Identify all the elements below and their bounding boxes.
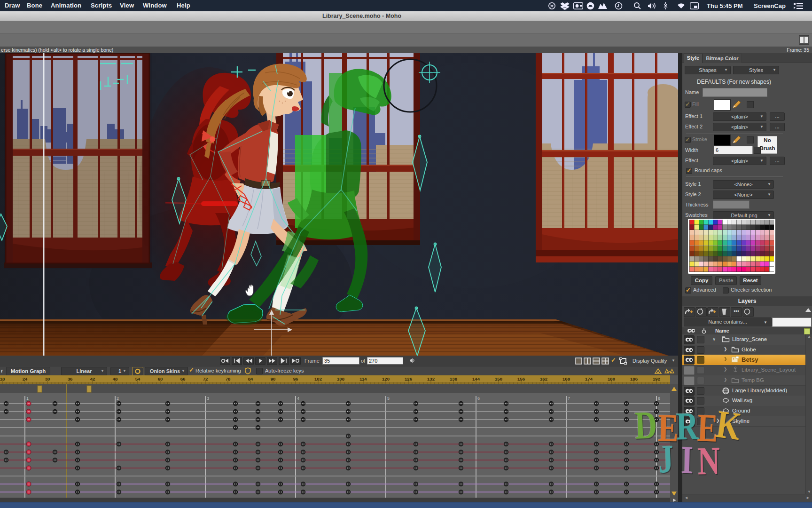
svg-text:174: 174: [585, 376, 593, 381]
svg-text:2: 2: [117, 396, 119, 401]
svg-text:3: 3: [207, 396, 209, 401]
svg-text:36: 36: [68, 376, 73, 381]
svg-text:132: 132: [427, 376, 435, 381]
svg-text:84: 84: [248, 376, 253, 381]
svg-text:48: 48: [113, 376, 118, 381]
svg-text:42: 42: [90, 376, 95, 381]
svg-text:54: 54: [135, 376, 141, 381]
svg-text:108: 108: [337, 376, 344, 381]
svg-text:96: 96: [293, 376, 298, 381]
svg-text:180: 180: [608, 376, 615, 381]
svg-text:6: 6: [477, 396, 480, 401]
svg-text:162: 162: [540, 376, 547, 381]
svg-text:60: 60: [158, 376, 163, 381]
svg-text:114: 114: [359, 376, 367, 381]
svg-text:120: 120: [382, 376, 390, 381]
svg-text:72: 72: [203, 376, 208, 381]
svg-text:7: 7: [568, 396, 570, 401]
svg-text:4: 4: [297, 396, 299, 401]
svg-text:150: 150: [495, 376, 502, 381]
svg-text:18: 18: [0, 376, 5, 381]
svg-text:102: 102: [314, 376, 322, 381]
svg-text:192: 192: [653, 376, 660, 381]
svg-text:138: 138: [450, 376, 457, 381]
svg-text:144: 144: [472, 376, 480, 381]
svg-text:5: 5: [387, 396, 390, 401]
svg-text:90: 90: [271, 376, 276, 381]
svg-text:8: 8: [658, 396, 660, 401]
svg-text:78: 78: [226, 376, 231, 381]
svg-text:30: 30: [45, 376, 50, 381]
svg-text:186: 186: [630, 376, 638, 381]
svg-text:168: 168: [562, 376, 570, 381]
svg-text:24: 24: [23, 376, 28, 381]
svg-text:66: 66: [180, 376, 186, 381]
svg-text:156: 156: [517, 376, 525, 381]
svg-text:126: 126: [405, 376, 412, 381]
svg-text:1: 1: [26, 396, 29, 401]
